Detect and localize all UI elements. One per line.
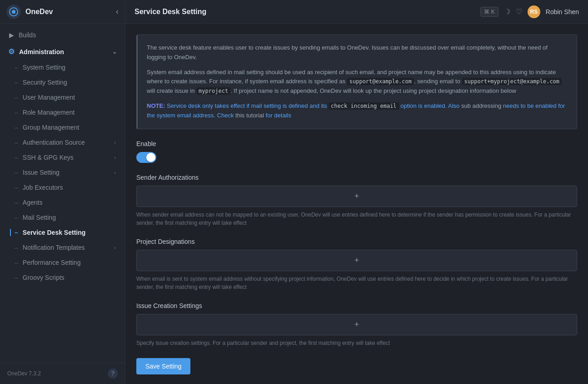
sidebar-item-issue-setting[interactable]: – Issue Setting ›	[2, 165, 123, 180]
sidebar: OneDev ‹ ▶ Builds ⚙ Administration ⌄ – S…	[0, 0, 125, 384]
sidebar-item-job-executors[interactable]: – Job Executors	[2, 180, 123, 195]
sidebar-nav: ▶ Builds ⚙ Administration ⌄ – System Set…	[0, 24, 125, 363]
sidebar-item-security-setting-label: Security Setting	[23, 79, 67, 86]
sidebar-item-performance-setting[interactable]: – Performance Setting	[2, 255, 123, 270]
sidebar-item-system-setting-label: System Setting	[23, 64, 65, 71]
dash-icon: –	[15, 199, 18, 206]
shortcut-key2: K	[491, 9, 495, 15]
dash-icon: –	[15, 79, 18, 86]
info-box: The service desk feature enables user to…	[136, 35, 577, 129]
sidebar-item-groovy-scripts[interactable]: – Groovy Scripts	[2, 270, 123, 285]
administration-icon: ⚙	[8, 47, 15, 56]
dash-icon: –	[15, 169, 18, 176]
chevron-right-icon: ›	[114, 170, 116, 175]
sender-authorizations-section: Sender Authorizations + When sender emai…	[136, 174, 577, 227]
info-note: NOTE: Service desk only takes effect if …	[147, 101, 568, 121]
toggle-thumb	[146, 153, 155, 162]
topbar: Service Desk Setting ⌘ K ☽ ♡ RS Robin Sh…	[125, 0, 588, 24]
check-incoming-email-code: check incoming email	[329, 102, 399, 110]
sidebar-header: OneDev ‹	[0, 0, 125, 24]
sender-authorizations-panel: +	[136, 186, 577, 207]
email-code-1: support@example.com	[347, 78, 414, 85]
note-link-4[interactable]: for details	[266, 112, 291, 119]
keyboard-shortcut-badge: ⌘ K	[480, 7, 498, 17]
sender-authorizations-add-button[interactable]: +	[137, 186, 577, 207]
feedback-icon[interactable]: ♡	[516, 7, 522, 16]
sidebar-item-authentication-source[interactable]: – Authentication Source ›	[2, 135, 123, 150]
sidebar-item-builds[interactable]: ▶ Builds	[2, 27, 123, 43]
help-button[interactable]: ?	[108, 369, 118, 379]
page-title: Service Desk Setting	[135, 8, 480, 16]
sidebar-item-role-management-label: Role Management	[23, 109, 75, 116]
note-sub-addressing: sub addressing	[461, 102, 503, 109]
username-label: Robin Shen	[546, 8, 579, 15]
sidebar-item-security-setting[interactable]: – Security Setting	[2, 75, 123, 90]
toggle-track	[136, 152, 156, 163]
sidebar-administration-label: Administration	[19, 48, 64, 56]
sidebar-item-administration[interactable]: ⚙ Administration ⌄	[2, 44, 123, 60]
dash-icon: –	[15, 94, 18, 101]
sidebar-item-ssh-gpg-keys-label: SSH & GPG Keys	[23, 154, 74, 161]
sender-authorizations-label: Sender Authorizations	[136, 174, 577, 181]
note-label: NOTE:	[147, 102, 165, 109]
sidebar-item-system-setting[interactable]: – System Setting	[2, 60, 123, 75]
app-logo	[6, 5, 21, 19]
main-area: Service Desk Setting ⌘ K ☽ ♡ RS Robin Sh…	[125, 0, 588, 384]
project-designations-label: Project Designations	[136, 238, 577, 245]
email-code-2: support+myproject@example.com	[462, 78, 562, 85]
sidebar-footer: OneDev 7.3.2 ?	[0, 363, 125, 384]
enable-label: Enable	[136, 140, 577, 147]
sidebar-item-ssh-gpg-keys[interactable]: – SSH & GPG Keys ›	[2, 150, 123, 165]
sidebar-item-job-executors-label: Job Executors	[23, 184, 63, 191]
issue-creation-label: Issue Creation Settings	[136, 302, 577, 309]
dash-icon: –	[15, 229, 18, 236]
dash-icon: –	[15, 64, 18, 71]
dash-icon: –	[15, 259, 18, 266]
enable-toggle[interactable]	[136, 152, 156, 163]
content-area: The service desk feature enables user to…	[125, 24, 588, 384]
sidebar-item-service-desk-setting[interactable]: – Service Desk Setting	[2, 225, 123, 240]
app-name: OneDev	[25, 8, 53, 16]
sidebar-item-issue-setting-label: Issue Setting	[23, 169, 60, 176]
info-paragraph-2: System email address defined in mail set…	[147, 68, 568, 96]
issue-creation-panel: +	[136, 314, 577, 335]
issue-creation-add-button[interactable]: +	[137, 314, 577, 335]
note-link-1[interactable]: Service desk only takes effect if mail s…	[167, 102, 283, 109]
dash-icon: –	[15, 184, 18, 191]
note-link-2[interactable]: is defined and its check incoming email …	[283, 102, 459, 109]
sidebar-item-group-management[interactable]: – Group Management	[2, 120, 123, 135]
note-tutorial: this tutorial	[235, 112, 265, 119]
sidebar-item-service-desk-setting-label: Service Desk Setting	[23, 229, 86, 236]
project-designations-section: Project Designations + When email is sen…	[136, 238, 577, 291]
sidebar-item-agents[interactable]: – Agents	[2, 195, 123, 210]
sidebar-item-mail-setting[interactable]: – Mail Setting	[2, 210, 123, 225]
sidebar-item-user-management[interactable]: – User Management	[2, 90, 123, 105]
project-designations-panel: +	[136, 250, 577, 271]
dash-icon: –	[15, 274, 18, 281]
issue-creation-hint: Specify issue creation settings. For a p…	[136, 339, 577, 347]
dash-icon: –	[15, 244, 18, 251]
enable-section: Enable	[136, 140, 577, 163]
chevron-right-icon: ›	[114, 245, 116, 250]
sidebar-item-mail-setting-label: Mail Setting	[23, 214, 56, 221]
sidebar-item-performance-setting-label: Performance Setting	[23, 259, 81, 266]
shortcut-key1: ⌘	[484, 9, 489, 15]
sidebar-item-role-management[interactable]: – Role Management	[2, 105, 123, 120]
dash-icon: –	[15, 214, 18, 221]
issue-creation-section: Issue Creation Settings + Specify issue …	[136, 302, 577, 347]
sidebar-item-groovy-scripts-label: Groovy Scripts	[23, 274, 65, 281]
sidebar-item-builds-label: Builds	[19, 31, 36, 39]
dash-icon: –	[15, 154, 18, 161]
save-button[interactable]: Save Setting	[136, 358, 190, 374]
app-version: OneDev 7.3.2	[7, 370, 41, 377]
project-code: myproject	[196, 87, 230, 95]
sidebar-item-notification-templates[interactable]: – Notification Templates ›	[2, 240, 123, 255]
sidebar-collapse-button[interactable]: ‹	[116, 7, 119, 16]
moon-icon[interactable]: ☽	[504, 7, 510, 16]
topbar-actions: ⌘ K ☽ ♡ RS Robin Shen	[480, 5, 579, 18]
avatar[interactable]: RS	[528, 5, 540, 18]
project-designations-add-button[interactable]: +	[137, 250, 577, 271]
dash-icon: –	[15, 124, 18, 131]
enable-toggle-wrapper	[136, 152, 577, 163]
sidebar-item-user-management-label: User Management	[23, 94, 75, 101]
